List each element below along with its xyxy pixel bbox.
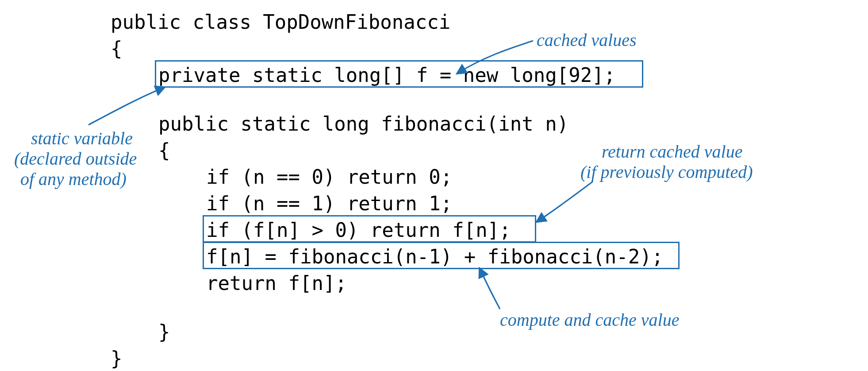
code-line-2: { [111,39,123,58]
code-line-3: private static long[] f = new long[92]; [158,66,615,85]
code-line-8: if (f[n] > 0) return f[n]; [206,220,511,240]
code-line-12: } [111,349,123,368]
annot-static-var-l1: static variable [31,128,133,149]
annot-compute-cache: compute and cache value [500,310,679,330]
annot-cached-values: cached values [537,30,636,50]
annot-return-cached-l1: return cached value [602,142,742,162]
code-line-4: public static long fibonacci(int n) [158,114,568,134]
code-line-1: public class TopDownFibonacci [111,12,450,32]
figure-container: public class TopDownFibonacci { private … [0,0,868,371]
code-line-11: } [158,322,170,342]
arrow-static-variable [88,88,164,125]
code-line-6: if (n == 0) return 0; [206,167,452,187]
arrow-return-cached [538,182,593,221]
arrow-compute-cache [480,269,500,309]
annot-return-cached-l2: (if previously computed) [580,162,753,182]
code-line-9: f[n] = fibonacci(n-1) + fibonacci(n-2); [206,247,663,267]
annot-static-var-l2: (declared outside [14,149,137,169]
code-line-10: return f[n]; [206,274,347,293]
annot-static-var-l3: of any method) [20,169,127,189]
code-line-5: { [158,141,170,160]
code-line-7: if (n == 1) return 1; [206,194,452,213]
